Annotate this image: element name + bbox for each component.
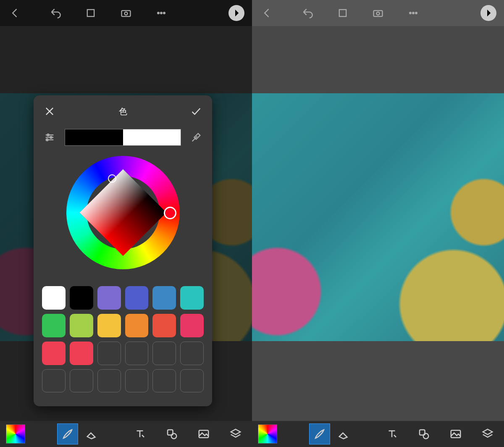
bottombar — [252, 421, 504, 447]
camera-button[interactable] — [370, 5, 386, 21]
color-wheel[interactable] — [66, 156, 180, 269]
shape-tool-button[interactable] — [161, 423, 182, 444]
svg-marker-17 — [231, 429, 241, 435]
crop-button[interactable] — [335, 5, 350, 21]
swatch-10[interactable] — [152, 314, 176, 337]
back-button[interactable] — [260, 5, 275, 21]
image-tool-button[interactable] — [193, 423, 214, 444]
svg-rect-19 — [374, 11, 383, 16]
swatch-empty[interactable] — [70, 369, 93, 393]
color-tool-button[interactable] — [258, 424, 277, 444]
svg-point-15 — [171, 434, 177, 439]
swatch-3[interactable] — [125, 286, 149, 310]
swatch-5[interactable] — [180, 286, 204, 310]
diamond-selector[interactable] — [108, 174, 116, 183]
svg-point-5 — [163, 12, 165, 14]
shape-tool-button[interactable] — [413, 423, 434, 444]
eraser-tool-button[interactable] — [333, 423, 354, 444]
panel-title: 色 — [119, 106, 127, 117]
swatch-9[interactable] — [125, 314, 149, 337]
brush-tool-button[interactable] — [57, 423, 78, 444]
svg-point-3 — [158, 12, 159, 14]
canvas-area[interactable]: ブラシを選択 — [252, 26, 504, 421]
svg-point-4 — [160, 12, 162, 14]
color-picker-panel: 色 — [34, 95, 212, 406]
crop-button[interactable] — [83, 5, 98, 21]
back-button[interactable] — [8, 5, 23, 21]
svg-rect-0 — [87, 10, 94, 16]
svg-point-2 — [125, 12, 128, 15]
svg-point-22 — [412, 12, 414, 14]
swatch-empty[interactable] — [152, 342, 176, 365]
swatch-13[interactable] — [70, 342, 93, 365]
swatch-12[interactable] — [42, 342, 66, 365]
swatch-empty[interactable] — [97, 369, 121, 393]
topbar — [252, 0, 504, 26]
svg-point-27 — [423, 434, 429, 439]
forward-button[interactable] — [228, 5, 244, 21]
svg-point-21 — [410, 12, 411, 14]
swatch-empty[interactable] — [42, 369, 66, 393]
swatch-empty[interactable] — [97, 342, 121, 365]
swatch-4[interactable] — [152, 286, 176, 310]
confirm-button[interactable] — [189, 104, 204, 119]
current-color-swatch[interactable] — [65, 129, 181, 146]
canvas-area[interactable]: 色 — [0, 26, 252, 421]
image-tool-button[interactable] — [445, 423, 466, 444]
swatch-6[interactable] — [42, 314, 66, 337]
camera-button[interactable] — [118, 5, 134, 21]
eyedropper-button[interactable] — [189, 130, 204, 145]
swatch-2[interactable] — [97, 286, 121, 310]
layers-tool-button[interactable] — [477, 423, 498, 444]
brush-tool-button[interactable] — [309, 423, 330, 444]
more-button[interactable] — [154, 5, 169, 21]
undo-button[interactable] — [48, 5, 63, 21]
forward-button[interactable] — [480, 5, 496, 21]
screen-brush-picker: ブラシを選択 — [252, 0, 504, 447]
screen-color-picker: 色 — [0, 0, 252, 447]
swatch-black — [65, 129, 123, 145]
swatch-7[interactable] — [70, 314, 93, 337]
swatch-0[interactable] — [42, 286, 66, 310]
layers-tool-button[interactable] — [225, 423, 246, 444]
swatch-empty[interactable] — [125, 342, 149, 365]
topbar — [0, 0, 252, 26]
swatch-8[interactable] — [97, 314, 121, 337]
svg-rect-18 — [339, 10, 346, 16]
svg-point-23 — [415, 12, 417, 14]
text-tool-button[interactable] — [381, 423, 402, 444]
hue-selector[interactable] — [164, 207, 176, 219]
sliders-icon[interactable] — [42, 130, 57, 145]
swatch-empty[interactable] — [180, 369, 204, 393]
swatch-grid — [42, 286, 204, 392]
swatch-11[interactable] — [180, 314, 204, 337]
swatch-empty[interactable] — [125, 369, 149, 393]
dim-overlay — [252, 26, 504, 421]
swatch-empty[interactable] — [152, 369, 176, 393]
swatch-1[interactable] — [70, 286, 93, 310]
bottombar — [0, 421, 252, 447]
color-tool-button[interactable] — [6, 424, 25, 444]
svg-marker-29 — [483, 429, 493, 435]
swatch-white — [123, 129, 181, 145]
more-button[interactable] — [406, 5, 421, 21]
undo-button[interactable] — [300, 5, 315, 21]
swatch-empty[interactable] — [180, 342, 204, 365]
svg-point-20 — [377, 12, 380, 15]
svg-rect-1 — [122, 11, 131, 16]
eraser-tool-button[interactable] — [81, 423, 102, 444]
close-button[interactable] — [42, 104, 57, 119]
text-tool-button[interactable] — [129, 423, 150, 444]
